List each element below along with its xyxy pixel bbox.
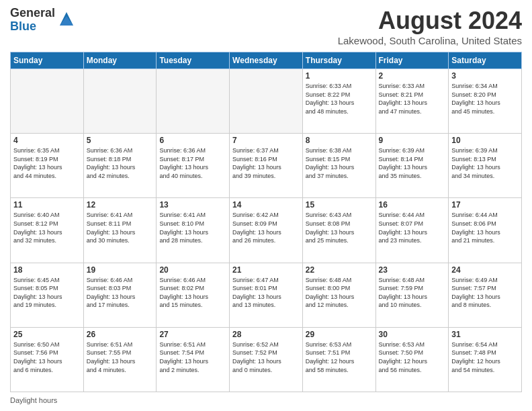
subtitle: Lakewood, South Carolina, United States: [338, 35, 522, 46]
day-info: Sunrise: 6:36 AM Sunset: 8:18 PM Dayligh…: [87, 146, 154, 180]
day-info: Sunrise: 6:53 AM Sunset: 7:50 PM Dayligh…: [379, 340, 446, 374]
col-wednesday: Wednesday: [230, 52, 303, 69]
day-info: Sunrise: 6:42 AM Sunset: 8:09 PM Dayligh…: [232, 211, 300, 244]
day-number: 21: [232, 265, 300, 275]
day-info: Sunrise: 6:48 AM Sunset: 7:59 PM Dayligh…: [379, 276, 446, 310]
table-row: 23Sunrise: 6:48 AM Sunset: 7:59 PM Dayli…: [375, 263, 449, 327]
day-info: Sunrise: 6:52 AM Sunset: 7:52 PM Dayligh…: [232, 340, 300, 374]
day-number: 2: [379, 71, 446, 81]
day-number: 23: [379, 265, 446, 275]
table-row: [157, 69, 230, 134]
day-info: Sunrise: 6:39 AM Sunset: 8:14 PM Dayligh…: [379, 146, 446, 180]
week-row-4: 18Sunrise: 6:45 AM Sunset: 8:05 PM Dayli…: [11, 263, 522, 327]
table-row: 7Sunrise: 6:37 AM Sunset: 8:16 PM Daylig…: [230, 134, 303, 198]
table-row: 28Sunrise: 6:52 AM Sunset: 7:52 PM Dayli…: [230, 327, 303, 392]
day-number: 26: [87, 330, 154, 339]
day-info: Sunrise: 6:45 AM Sunset: 8:05 PM Dayligh…: [13, 276, 81, 310]
day-number: 30: [379, 330, 446, 339]
col-sunday: Sunday: [11, 52, 84, 69]
week-row-2: 4Sunrise: 6:35 AM Sunset: 8:19 PM Daylig…: [11, 134, 522, 198]
table-row: 8Sunrise: 6:38 AM Sunset: 8:15 PM Daylig…: [302, 134, 375, 198]
day-info: Sunrise: 6:44 AM Sunset: 8:07 PM Dayligh…: [379, 211, 446, 244]
day-info: Sunrise: 6:41 AM Sunset: 8:11 PM Dayligh…: [87, 211, 154, 244]
title-block: August 2024 Lakewood, South Carolina, Un…: [338, 7, 522, 46]
day-number: 29: [306, 330, 373, 339]
day-number: 28: [232, 330, 300, 339]
table-row: 10Sunrise: 6:39 AM Sunset: 8:13 PM Dayli…: [449, 134, 522, 198]
day-info: Sunrise: 6:33 AM Sunset: 8:22 PM Dayligh…: [306, 82, 373, 116]
day-info: Sunrise: 6:53 AM Sunset: 7:51 PM Dayligh…: [306, 340, 373, 374]
table-row: 22Sunrise: 6:48 AM Sunset: 8:00 PM Dayli…: [302, 263, 375, 327]
day-info: Sunrise: 6:47 AM Sunset: 8:01 PM Dayligh…: [232, 276, 300, 310]
day-info: Sunrise: 6:34 AM Sunset: 8:20 PM Dayligh…: [451, 82, 519, 116]
table-row: 11Sunrise: 6:40 AM Sunset: 8:12 PM Dayli…: [11, 198, 84, 263]
day-number: 12: [87, 200, 154, 210]
page: General Blue August 2024 Lakewood, South…: [0, 0, 532, 411]
day-info: Sunrise: 6:44 AM Sunset: 8:06 PM Dayligh…: [451, 211, 519, 244]
table-row: 4Sunrise: 6:35 AM Sunset: 8:19 PM Daylig…: [11, 134, 84, 198]
day-info: Sunrise: 6:49 AM Sunset: 7:57 PM Dayligh…: [451, 276, 519, 310]
month-title: August 2024: [338, 7, 522, 35]
day-number: 19: [87, 265, 154, 275]
day-number: 1: [306, 71, 373, 81]
table-row: [83, 69, 157, 134]
day-number: 31: [451, 330, 519, 339]
table-row: 18Sunrise: 6:45 AM Sunset: 8:05 PM Dayli…: [11, 263, 84, 327]
logo-text: General Blue: [10, 7, 55, 34]
day-number: 8: [306, 136, 373, 145]
footer: Daylight hours: [10, 396, 522, 404]
table-row: 9Sunrise: 6:39 AM Sunset: 8:14 PM Daylig…: [375, 134, 449, 198]
table-row: 3Sunrise: 6:34 AM Sunset: 8:20 PM Daylig…: [449, 69, 522, 134]
logo-blue: Blue: [10, 20, 55, 34]
table-row: 25Sunrise: 6:50 AM Sunset: 7:56 PM Dayli…: [11, 327, 84, 392]
table-row: 21Sunrise: 6:47 AM Sunset: 8:01 PM Dayli…: [230, 263, 303, 327]
table-row: 24Sunrise: 6:49 AM Sunset: 7:57 PM Dayli…: [449, 263, 522, 327]
table-row: 20Sunrise: 6:46 AM Sunset: 8:02 PM Dayli…: [157, 263, 230, 327]
table-row: 15Sunrise: 6:43 AM Sunset: 8:08 PM Dayli…: [302, 198, 375, 263]
table-row: [230, 69, 303, 134]
col-tuesday: Tuesday: [157, 52, 230, 69]
header-row: Sunday Monday Tuesday Wednesday Thursday…: [11, 52, 522, 69]
day-number: 20: [159, 265, 226, 275]
table-row: 26Sunrise: 6:51 AM Sunset: 7:55 PM Dayli…: [83, 327, 157, 392]
day-info: Sunrise: 6:39 AM Sunset: 8:13 PM Dayligh…: [451, 146, 519, 180]
table-row: [11, 69, 84, 134]
table-row: 27Sunrise: 6:51 AM Sunset: 7:54 PM Dayli…: [157, 327, 230, 392]
col-friday: Friday: [375, 52, 449, 69]
day-info: Sunrise: 6:35 AM Sunset: 8:19 PM Dayligh…: [13, 146, 81, 180]
logo: General Blue: [10, 7, 76, 34]
table-row: 19Sunrise: 6:46 AM Sunset: 8:03 PM Dayli…: [83, 263, 157, 327]
week-row-5: 25Sunrise: 6:50 AM Sunset: 7:56 PM Dayli…: [11, 327, 522, 392]
table-row: 6Sunrise: 6:36 AM Sunset: 8:17 PM Daylig…: [157, 134, 230, 198]
footer-text: Daylight hours: [10, 396, 57, 404]
day-number: 14: [232, 200, 300, 210]
day-info: Sunrise: 6:54 AM Sunset: 7:48 PM Dayligh…: [451, 340, 519, 374]
day-number: 9: [379, 136, 446, 145]
day-info: Sunrise: 6:41 AM Sunset: 8:10 PM Dayligh…: [159, 211, 226, 244]
day-info: Sunrise: 6:37 AM Sunset: 8:16 PM Dayligh…: [232, 146, 300, 180]
table-row: 13Sunrise: 6:41 AM Sunset: 8:10 PM Dayli…: [157, 198, 230, 263]
table-row: 29Sunrise: 6:53 AM Sunset: 7:51 PM Dayli…: [302, 327, 375, 392]
day-number: 11: [13, 200, 81, 210]
day-info: Sunrise: 6:50 AM Sunset: 7:56 PM Dayligh…: [13, 340, 81, 374]
header: General Blue August 2024 Lakewood, South…: [10, 7, 522, 46]
day-number: 6: [159, 136, 226, 145]
table-row: 30Sunrise: 6:53 AM Sunset: 7:50 PM Dayli…: [375, 327, 449, 392]
day-number: 7: [232, 136, 300, 145]
day-number: 4: [13, 136, 81, 145]
table-row: 14Sunrise: 6:42 AM Sunset: 8:09 PM Dayli…: [230, 198, 303, 263]
col-thursday: Thursday: [302, 52, 375, 69]
col-monday: Monday: [83, 52, 157, 69]
table-row: 16Sunrise: 6:44 AM Sunset: 8:07 PM Dayli…: [375, 198, 449, 263]
day-number: 5: [87, 136, 154, 145]
table-row: 5Sunrise: 6:36 AM Sunset: 8:18 PM Daylig…: [83, 134, 157, 198]
calendar-table: Sunday Monday Tuesday Wednesday Thursday…: [10, 52, 522, 392]
table-row: 1Sunrise: 6:33 AM Sunset: 8:22 PM Daylig…: [302, 69, 375, 134]
day-number: 3: [451, 71, 519, 81]
day-number: 18: [13, 265, 81, 275]
table-row: 12Sunrise: 6:41 AM Sunset: 8:11 PM Dayli…: [83, 198, 157, 263]
day-number: 25: [13, 330, 81, 339]
day-info: Sunrise: 6:46 AM Sunset: 8:03 PM Dayligh…: [87, 276, 154, 310]
day-info: Sunrise: 6:46 AM Sunset: 8:02 PM Dayligh…: [159, 276, 226, 310]
day-info: Sunrise: 6:51 AM Sunset: 7:54 PM Dayligh…: [159, 340, 226, 374]
